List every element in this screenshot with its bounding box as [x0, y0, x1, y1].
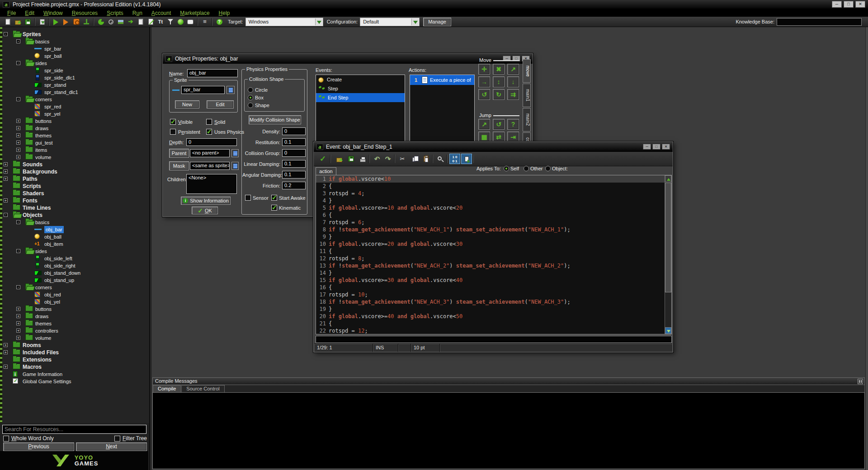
print-icon[interactable] — [357, 154, 368, 164]
menu-marketplace[interactable]: Marketplace — [175, 10, 214, 16]
open-file-icon[interactable] — [334, 154, 344, 164]
menu-run[interactable]: Run — [128, 10, 147, 16]
resource-tree[interactable]: -Sprites-basicsspr_barspr_ball-sidesspr_… — [3, 31, 149, 396]
tree-item[interactable]: spr_side — [3, 67, 149, 74]
physics-field-value[interactable]: 0 — [282, 127, 306, 135]
edit-sprite-button[interactable]: Edit — [207, 100, 234, 108]
expander-icon[interactable]: + — [4, 198, 8, 202]
tree-item[interactable]: spr_red — [3, 103, 149, 110]
tree-item[interactable]: +draws — [3, 125, 149, 132]
create-font-icon[interactable]: Tt — [156, 17, 165, 26]
menu-help[interactable]: Help — [214, 10, 235, 16]
expander-icon[interactable]: - — [16, 39, 20, 43]
mask-field[interactable]: <same as sprite> — [190, 162, 230, 170]
previous-button[interactable]: Previous — [3, 442, 74, 451]
tree-item[interactable]: +volume — [3, 334, 149, 342]
expander-icon[interactable]: - — [4, 213, 8, 217]
persistent-checkbox[interactable] — [170, 129, 176, 135]
expander-icon[interactable]: + — [16, 321, 20, 325]
expander-icon[interactable]: + — [4, 169, 8, 174]
next-button[interactable]: Next — [76, 442, 147, 451]
jump-position-icon[interactable]: ↗ — [478, 119, 490, 130]
expander-icon[interactable]: + — [16, 126, 20, 130]
undo-icon[interactable]: ↶ — [372, 154, 382, 164]
set-gravity-icon[interactable]: ↓ — [507, 76, 519, 87]
parent-menu-icon[interactable] — [231, 149, 239, 157]
library-tab-main1[interactable]: main1 — [523, 84, 531, 107]
compile-tab-source-control[interactable]: Source Control — [181, 385, 224, 392]
filter-tree-checkbox[interactable] — [114, 436, 120, 442]
tree-item[interactable]: +1obj_item — [3, 240, 149, 248]
speed-horizontal-icon[interactable]: → — [478, 76, 490, 87]
stop-icon[interactable] — [71, 17, 81, 26]
physics-field-value[interactable]: 0 — [282, 149, 306, 157]
expander-icon[interactable]: + — [4, 365, 8, 369]
tree-item[interactable]: -basics — [3, 219, 149, 226]
align-grid-icon[interactable]: ▦ — [478, 132, 490, 142]
tree-item[interactable]: +volume — [3, 154, 149, 161]
event-item-end-step[interactable]: End Step — [316, 93, 405, 102]
tree-item[interactable]: spr_yel — [3, 110, 149, 118]
menu-edit[interactable]: Edit — [20, 10, 39, 16]
expander-icon[interactable]: - — [16, 220, 20, 224]
applies-radio-object[interactable] — [545, 166, 551, 171]
tree-item[interactable]: +Macros — [3, 363, 149, 371]
expander-icon[interactable]: - — [16, 285, 20, 289]
whole-word-checkbox[interactable] — [3, 436, 9, 442]
expander-icon[interactable]: + — [16, 148, 20, 152]
global-game-settings-icon[interactable]: ≡ — [200, 17, 210, 26]
sprite-field[interactable]: spr_bar — [181, 86, 225, 94]
name-field[interactable]: obj_bar — [187, 69, 238, 77]
tree-item[interactable]: Game Information — [3, 371, 149, 378]
ok-button[interactable]: ✓ OK — [192, 207, 218, 214]
tree-item[interactable]: +Sounds — [3, 161, 149, 168]
tree-item[interactable]: -Objects — [3, 212, 149, 219]
move-toward-icon[interactable]: ↗ — [507, 64, 519, 75]
maximize-button[interactable]: □ — [652, 144, 660, 150]
workspace-scrollbar[interactable] — [865, 27, 868, 470]
reverse-horizontal-icon[interactable]: ↺ — [478, 89, 490, 100]
copy-icon[interactable] — [409, 154, 420, 164]
tree-item[interactable]: +buttons — [3, 306, 149, 313]
tree-item[interactable]: -basics — [3, 38, 149, 45]
reverse-vertical-icon[interactable]: ↻ — [493, 89, 505, 100]
scrollbar-thumb[interactable] — [665, 183, 671, 292]
tree-item[interactable]: +gui_test — [3, 139, 149, 146]
start-awake-checkbox[interactable] — [271, 195, 277, 201]
expander-icon[interactable]: - — [16, 249, 20, 253]
tree-item[interactable]: obj_bar — [3, 226, 149, 233]
tree-item[interactable]: +buttons — [3, 118, 149, 125]
tree-item[interactable]: spr_ball — [3, 52, 149, 60]
tree-item[interactable]: spr_stand_dlc1 — [3, 89, 149, 96]
tree-item[interactable]: spr_stand — [3, 81, 149, 89]
tree-item[interactable]: obj_stand_down — [3, 269, 149, 277]
minimize-button[interactable]: ─ — [832, 1, 842, 8]
tree-item[interactable]: Shaders — [3, 190, 149, 197]
target-dropdown[interactable]: Windows — [245, 18, 323, 26]
tree-item[interactable]: +draws — [3, 313, 149, 320]
tree-item[interactable]: +controllers — [3, 327, 149, 334]
modify-collision-shape-button[interactable]: Modify Collision Shape — [249, 115, 301, 124]
tree-item[interactable]: -sides — [3, 60, 149, 67]
compile-output[interactable] — [152, 392, 865, 469]
create-room-icon[interactable] — [185, 17, 195, 26]
help-icon[interactable]: ? — [214, 17, 224, 26]
expander-icon[interactable]: + — [4, 350, 8, 354]
menu-account[interactable]: Account — [147, 10, 175, 16]
create-background-icon[interactable] — [116, 17, 126, 26]
create-sprite-icon[interactable] — [96, 17, 106, 26]
step-icon[interactable] — [81, 17, 91, 26]
sensor-checkbox[interactable] — [245, 195, 251, 201]
tree-item[interactable]: obj_side_left — [3, 255, 149, 262]
tree-item[interactable]: -Sprites — [3, 31, 149, 38]
event-item-step[interactable]: Step — [316, 84, 405, 93]
parent-field[interactable]: <no parent> — [190, 149, 230, 157]
expander-icon[interactable]: + — [16, 133, 20, 137]
parent-button[interactable]: Parent — [169, 149, 189, 158]
create-sound-icon[interactable] — [106, 17, 116, 26]
tree-item[interactable]: -corners — [3, 96, 149, 103]
ok-check-icon[interactable]: ✓ — [317, 154, 328, 164]
tree-item[interactable]: Global Game Settings — [3, 378, 149, 385]
undock-icon[interactable] — [858, 379, 863, 384]
create-script-icon[interactable] — [136, 17, 146, 26]
